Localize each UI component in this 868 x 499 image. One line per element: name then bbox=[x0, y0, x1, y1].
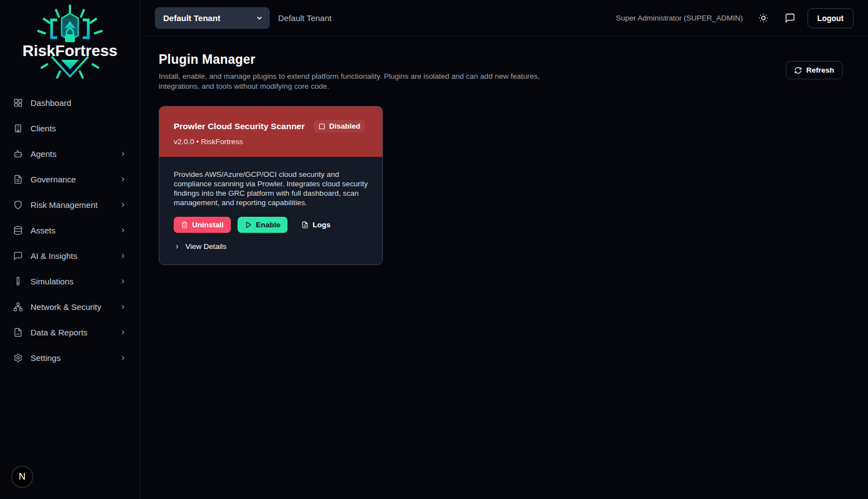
sidebar-nav: Dashboard Clients Agents Governance Risk… bbox=[0, 88, 140, 370]
shield-icon bbox=[13, 200, 23, 210]
theme-toggle-button[interactable] bbox=[754, 9, 773, 28]
chevron-right-icon bbox=[119, 176, 127, 183]
page-title: Plugin Manager bbox=[159, 52, 543, 67]
page-description: Install, enable, and manage plugins to e… bbox=[159, 72, 543, 91]
file-chart-icon bbox=[13, 328, 23, 337]
sidebar-item-agents[interactable]: Agents bbox=[0, 141, 140, 166]
sidebar-item-settings[interactable]: Settings bbox=[0, 345, 140, 370]
view-details-toggle[interactable]: View Details bbox=[174, 242, 368, 251]
plugin-version: v2.0.0 • RiskFortress bbox=[174, 138, 368, 146]
play-icon bbox=[245, 221, 252, 228]
sidebar-item-governance[interactable]: Governance bbox=[0, 166, 140, 192]
chevron-right-icon bbox=[119, 227, 127, 234]
plugin-card: Prowler Cloud Security Scanner Disabled … bbox=[159, 106, 383, 265]
uninstall-label: Uninstall bbox=[192, 221, 224, 229]
plugin-card-header: Prowler Cloud Security Scanner Disabled … bbox=[159, 106, 382, 157]
sidebar-item-label: Governance bbox=[31, 175, 112, 184]
plugin-description: Provides AWS/Azure/GCP/OCI cloud securit… bbox=[174, 170, 368, 207]
chevron-right-icon bbox=[174, 243, 180, 250]
brand-logo: RiskFortress bbox=[0, 0, 140, 88]
sidebar-item-label: Settings bbox=[31, 353, 112, 363]
sidebar-item-network-security[interactable]: Network & Security bbox=[0, 294, 140, 319]
sidebar-item-assets[interactable]: Assets bbox=[0, 217, 140, 243]
chat-bubble-icon bbox=[785, 13, 795, 23]
file-text-icon bbox=[301, 221, 309, 228]
sun-icon bbox=[758, 13, 769, 23]
database-icon bbox=[13, 226, 23, 235]
dashboard-icon bbox=[13, 98, 23, 108]
document-icon bbox=[13, 175, 23, 184]
page-head: Plugin Manager Install, enable, and mana… bbox=[159, 52, 842, 91]
status-badge: Disabled bbox=[314, 120, 365, 133]
logs-button[interactable]: Logs bbox=[294, 217, 337, 233]
sidebar-item-label: Clients bbox=[31, 124, 127, 133]
sidebar-item-clients[interactable]: Clients bbox=[0, 115, 140, 141]
sidebar-item-label: Network & Security bbox=[31, 302, 112, 312]
sidebar-item-label: Risk Management bbox=[31, 200, 112, 210]
chevron-right-icon bbox=[119, 201, 127, 208]
robot-icon bbox=[13, 149, 23, 159]
network-icon bbox=[13, 302, 23, 312]
tenant-label: Default Tenant bbox=[278, 13, 331, 23]
sidebar-item-risk-management[interactable]: Risk Management bbox=[0, 192, 140, 217]
sidebar-item-simulations[interactable]: Simulations bbox=[0, 268, 140, 294]
view-details-label: View Details bbox=[185, 242, 226, 251]
gear-icon bbox=[13, 353, 23, 363]
sidebar-item-label: Agents bbox=[31, 149, 112, 159]
sidebar-item-label: Assets bbox=[31, 226, 112, 235]
test-tube-icon bbox=[13, 277, 23, 286]
square-icon bbox=[319, 123, 325, 130]
shield-fortress-logo: RiskFortress bbox=[19, 3, 120, 84]
tenant-select[interactable]: Default Tenant bbox=[155, 7, 270, 29]
plugin-name: Prowler Cloud Security Scanner bbox=[174, 121, 305, 131]
topbar: Default Tenant Default Tenant Super Admi… bbox=[140, 0, 868, 37]
plugin-card-body: Provides AWS/Azure/GCP/OCI cloud securit… bbox=[159, 157, 382, 264]
status-label: Disabled bbox=[329, 122, 360, 130]
sidebar: RiskFortress Dashboard Clients Agents Go… bbox=[0, 0, 140, 499]
sidebar-item-label: Data & Reports bbox=[31, 328, 112, 337]
enable-label: Enable bbox=[256, 221, 280, 229]
chat-bubble-icon bbox=[13, 251, 23, 261]
logs-label: Logs bbox=[312, 221, 330, 229]
chevron-right-icon bbox=[119, 150, 127, 157]
user-label: Super Administrator (SUPER_ADMIN) bbox=[616, 14, 743, 22]
trash-icon bbox=[181, 221, 188, 228]
plugin-actions: Uninstall Enable Logs bbox=[174, 217, 368, 233]
building-icon bbox=[13, 124, 23, 133]
chevron-right-icon bbox=[119, 252, 127, 259]
sidebar-item-data-reports[interactable]: Data & Reports bbox=[0, 319, 140, 345]
sidebar-item-label: Simulations bbox=[31, 277, 112, 286]
sidebar-item-label: AI & Insights bbox=[31, 251, 112, 261]
brand-name: RiskFortress bbox=[22, 42, 117, 59]
page-head-text: Plugin Manager Install, enable, and mana… bbox=[159, 52, 543, 91]
chevron-right-icon bbox=[119, 354, 127, 361]
avatar-letter: N bbox=[19, 471, 26, 482]
refresh-label: Refresh bbox=[806, 66, 834, 74]
content: Plugin Manager Install, enable, and mana… bbox=[140, 37, 868, 499]
dev-badge-avatar[interactable]: N bbox=[11, 466, 33, 488]
sidebar-item-dashboard[interactable]: Dashboard bbox=[0, 90, 140, 115]
refresh-button[interactable]: Refresh bbox=[786, 61, 842, 79]
chevron-right-icon bbox=[119, 303, 127, 310]
chevron-right-icon bbox=[119, 278, 127, 285]
uninstall-button[interactable]: Uninstall bbox=[174, 217, 231, 233]
sidebar-item-label: Dashboard bbox=[31, 98, 127, 108]
chat-button[interactable] bbox=[781, 9, 800, 28]
enable-button[interactable]: Enable bbox=[238, 217, 287, 233]
chevron-right-icon bbox=[119, 329, 127, 336]
sidebar-item-ai-insights[interactable]: AI & Insights bbox=[0, 243, 140, 268]
plugin-title-row: Prowler Cloud Security Scanner Disabled bbox=[174, 120, 368, 133]
refresh-icon bbox=[794, 67, 802, 74]
logout-button[interactable]: Logout bbox=[808, 8, 854, 28]
tenant-select-wrap: Default Tenant bbox=[155, 7, 270, 29]
main-area: Default Tenant Default Tenant Super Admi… bbox=[140, 0, 868, 499]
